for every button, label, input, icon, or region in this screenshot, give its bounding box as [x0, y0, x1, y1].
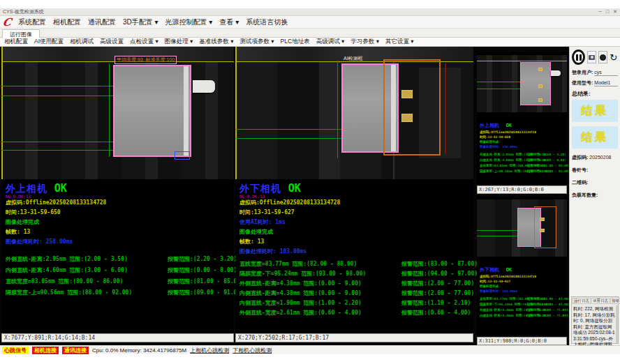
tool-learning-params[interactable]: 学习参数 ▾ — [350, 38, 379, 46]
tool-advanced-debug[interactable]: 高级调试 ▾ — [316, 38, 345, 46]
measurement-row: 外侧直线-距离:2.95mm 范围:(2.00 - 3.50)报警范围:(2.2… — [480, 152, 570, 158]
tab-feature — [538, 98, 542, 102]
tool-test-params[interactable]: 测试项参数 ▾ — [239, 38, 274, 46]
alarm-range-text: 报警范围:(81.00 - 85.00) — [168, 276, 244, 287]
camera-image-upper[interactable]: 平均亮度:93, 标准亮度:100 — [1, 47, 234, 179]
workspace: 平均亮度:93, 标准亮度:100 外上相机 OK NG:0,OK:13 虚拟码… — [0, 47, 620, 345]
tool-plc-table[interactable]: PLC地址表 — [281, 38, 310, 46]
measurement-row: 外侧直线-距离=4.38mm 范围:(0.00 - 9.00)报警范围:(2.0… — [480, 308, 570, 313]
camera-title: 外下相机 — [239, 183, 281, 194]
processing-time: 图像处理耗时: 183.00ms — [239, 247, 472, 257]
measurement-row: 外侧直线-宽度=2.61mm 范围:(0.60 - 4.00) 报警范围:(0.… — [239, 308, 472, 318]
result-text-upper: 外上相机 OK NG:0,OK:13 虚拟码:Offline2025020813… — [6, 179, 232, 298]
log-tab-settings[interactable]: 设置日志 — [591, 298, 610, 304]
close-icon[interactable]: ✕ — [613, 9, 617, 15]
alarm-range-text: 报警范围:(0.00 - 8.00) — [168, 265, 237, 276]
gripper-connector — [551, 70, 561, 76]
log-tab-run[interactable]: 运行日志 — [573, 298, 591, 304]
maximize-icon[interactable]: □ — [606, 9, 609, 15]
barcode-label: 虚拟码: — [572, 155, 588, 160]
needle-label: 卷针号: — [572, 167, 618, 174]
measure-line — [477, 82, 522, 82]
lens-button[interactable] — [598, 51, 607, 63]
preview-text-upper: 外上相机 OK 虚拟码:Offline20250208133134728 时间:… — [480, 116, 570, 174]
log-panel: 运行日志 设置日志 报错日志 耗时: 222, 网络检测耗时: 17, 网络分割… — [571, 296, 619, 344]
log-tab-errors[interactable]: 报错日志 — [610, 298, 620, 304]
pause-icon — [576, 54, 578, 61]
menu-3d-config[interactable]: 3D手配置 ▾ — [123, 17, 158, 27]
inspected-cell-block — [520, 62, 551, 105]
measure-line — [1, 96, 115, 96]
tool-other-settings[interactable]: 其它设置 ▾ — [385, 38, 414, 46]
pixel-coordinate-bar: X:270;Y:2502;R:17;G:17;B:17 — [235, 333, 473, 342]
refresh-button[interactable]: ↻ — [610, 51, 618, 63]
tool-ai-config[interactable]: AI使用配置 — [34, 38, 64, 46]
result-display-2: 结果 — [572, 126, 618, 149]
tab-feature — [401, 90, 413, 98]
control-panel: ↻ 登录用户: cys 使用型号: Model1 总结果: 结果 结果 虚拟码:… — [569, 47, 620, 345]
tool-camera-config[interactable]: 相机配置 — [4, 38, 28, 46]
login-user-field[interactable]: cys — [594, 70, 618, 76]
tool-spot-check[interactable]: 点检设置 ▾ — [130, 38, 158, 46]
menu-language-switch[interactable]: 系统语言切换 — [246, 17, 288, 27]
measurement-text: 内侧直线-距离:4.60mm 范围:(3.00 - 6.00) — [6, 265, 168, 276]
preview-panel-upper: 外上相机 OK 虚拟码:Offline20250208133134728 时间:… — [477, 52, 567, 194]
tool-image-processing[interactable]: 图像处理 ▾ — [165, 38, 193, 46]
preview-image-lower[interactable] — [477, 199, 567, 257]
app-logo-icon: C — [1, 16, 13, 29]
measurement-text: 隔膜宽度-下=95.24mm 范围:(93.00 - 98.00) — [239, 269, 401, 279]
measurement-list: 直线宽度=83.77mm 范围:(82.00 - 88.00) 报警范围:(83… — [239, 259, 472, 318]
log-scrollbar[interactable] — [616, 305, 618, 343]
control-buttons: ↻ — [572, 50, 618, 65]
minimize-icon[interactable]: ─ — [598, 9, 602, 15]
frame-count: 帧数: 13 — [239, 237, 472, 247]
heartbeat-badge: 心跳信号 — [2, 347, 29, 354]
alarm-range-text: 报警范围:(1.10 - 2.10) — [401, 298, 472, 308]
lower-camera-heartbeat-link[interactable]: 下相机心跳检测 — [232, 347, 272, 354]
camera-panel-upper: 平均亮度:93, 标准亮度:100 外上相机 OK NG:0,OK:13 虚拟码… — [1, 47, 234, 345]
measurement-row: 内侧直线-距离=4.38mm 范围:(0.00 - 9.00) 报警范围:(2.… — [239, 289, 472, 298]
camera-panel-lower: AI检测框 外下相机 OK NG:0,OK:13 虚拟码:Offline2025… — [235, 47, 473, 345]
menu-camera-config[interactable]: 相机配置 — [53, 17, 81, 27]
refresh-icon: ↻ — [610, 53, 617, 62]
tab-feature — [538, 84, 542, 88]
alarm-range-text: 报警范围:(83.00 - 87.00) — [401, 259, 478, 269]
measurement-row: 直线宽度=83.05mm 范围:(80.00 - 86.00)报警范围:(81.… — [480, 163, 570, 169]
measurement-list: 外侧直线-距离:2.95mm 范围:(2.00 - 3.50) 报警范围:(2.… — [6, 254, 232, 298]
measure-line — [1, 86, 115, 86]
processing-status: 图像处理完成 — [239, 227, 472, 237]
tool-camera-debug[interactable]: 相机调试 — [70, 38, 94, 46]
measurement-text: 直线宽度=83.05mm 范围:(80.00 - 86.00) — [6, 276, 168, 287]
tool-advanced-settings[interactable]: 高级设置 — [100, 38, 124, 46]
model-field[interactable]: Model1 — [594, 80, 618, 86]
login-user-label: 登录用户: — [572, 69, 593, 76]
upper-camera-heartbeat-link[interactable]: 上相机心跳检测 — [190, 347, 229, 354]
virtual-barcode: 虚拟码:Offline20250208133134728 — [480, 274, 570, 279]
camera-title: 外上相机 — [6, 183, 47, 194]
window-title: CYS-视觉检测系统 — [3, 8, 44, 15]
measurement-row: 直线宽度=83.77mm 范围:(82.00 - 88.00) 报警范围:(83… — [239, 259, 472, 269]
tab-feature — [540, 218, 545, 221]
measurement-row: 内侧直线-宽度=1.90mm 范围:(1.00 - 2.20) 报警范围:(1.… — [239, 298, 472, 308]
tab-run-image[interactable]: 运行图像 — [2, 29, 40, 38]
total-result-label: 总结果: — [572, 90, 618, 98]
menu-view[interactable]: 查看 ▾ — [219, 17, 239, 27]
measure-line — [477, 89, 522, 89]
menu-comm-config[interactable]: 通讯配置 — [88, 17, 116, 27]
virtual-barcode: 虚拟码:Offline20250208133134728 — [239, 198, 472, 208]
tool-baseline-params[interactable]: 基准线参数 ▾ — [199, 38, 233, 46]
pause-button[interactable] — [572, 50, 585, 65]
calibration-hline — [477, 61, 567, 61]
preview-image-upper[interactable] — [477, 55, 567, 112]
toolbar: 相机配置 AI使用配置 相机调试 高级设置 点检设置 ▾ 图像处理 ▾ 基准线参… — [0, 38, 620, 47]
model-label: 使用型号: — [572, 79, 593, 86]
calibration-vline — [1, 47, 3, 179]
measurement-text: 外侧直线-距离=4.38mm 范围:(0.00 - 9.00) — [239, 279, 401, 289]
measurement-row: 隔膜宽度-上=90.56mm 范围:(88.00 - 92.00) 报警范围:(… — [6, 287, 232, 298]
menu-light-config[interactable]: 光源控制配置 ▾ — [165, 17, 213, 27]
menu-system-config[interactable]: 系统配置 — [18, 17, 46, 27]
camera-image-lower[interactable]: AI检测框 — [235, 47, 473, 179]
preview-text-lower: 外下相机 OK 虚拟码:Offline20250208133134728 时间:… — [480, 261, 570, 319]
camera-view-button[interactable] — [587, 51, 596, 63]
window-titlebar: CYS-视觉检测系统 ─ □ ✕ — [0, 8, 620, 16]
